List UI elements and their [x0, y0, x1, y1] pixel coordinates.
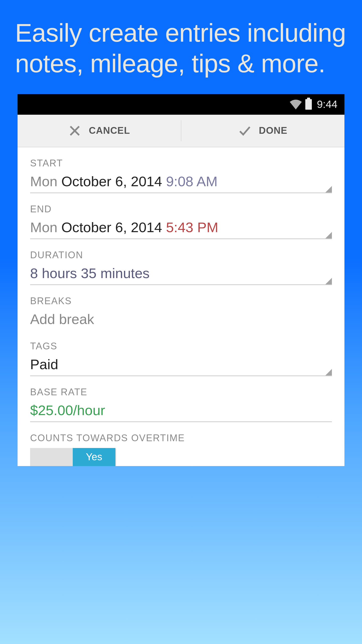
start-label: START — [30, 158, 332, 169]
tags-label: TAGS — [30, 341, 332, 352]
breaks-label: BREAKS — [30, 296, 332, 306]
end-value: Mon October 6, 2014 5:43 PM — [30, 219, 332, 238]
status-bar: 9:44 — [18, 94, 344, 115]
tags-field[interactable]: Paid — [30, 356, 332, 376]
overtime-section: COUNTS TOWARDS OVERTIME Yes — [30, 422, 332, 466]
duration-label: DURATION — [30, 250, 332, 261]
breaks-section: BREAKS Add break — [30, 285, 332, 330]
add-break-button[interactable]: Add break — [30, 311, 332, 330]
tags-section: TAGS Paid — [30, 330, 332, 376]
cancel-label: CANCEL — [89, 125, 130, 136]
duration-value: 8 hours 35 minutes — [30, 265, 332, 284]
battery-icon — [305, 99, 312, 110]
close-icon — [68, 124, 81, 137]
end-time: 5:43 PM — [166, 219, 219, 235]
check-icon — [238, 124, 251, 137]
done-button[interactable]: DONE — [181, 115, 345, 147]
overtime-toggle[interactable]: Yes — [30, 448, 115, 466]
duration-field[interactable]: 8 hours 35 minutes — [30, 265, 332, 285]
start-section: START Mon October 6, 2014 9:08 AM — [30, 147, 332, 193]
form-content: START Mon October 6, 2014 9:08 AM END Mo… — [18, 147, 344, 466]
base-rate-field[interactable]: $25.00/hour — [30, 402, 332, 422]
base-rate-value: $25.00/hour — [30, 402, 332, 421]
overtime-toggle-yes: Yes — [73, 448, 115, 466]
start-date: October 6, 2014 — [61, 173, 162, 189]
start-value: Mon October 6, 2014 9:08 AM — [30, 173, 332, 192]
duration-section: DURATION 8 hours 35 minutes — [30, 239, 332, 285]
base-rate-label: BASE RATE — [30, 387, 332, 398]
overtime-label: COUNTS TOWARDS OVERTIME — [30, 433, 332, 443]
action-bar: CANCEL DONE — [18, 115, 344, 147]
base-rate-section: BASE RATE $25.00/hour — [30, 376, 332, 422]
phone-screen: 9:44 CANCEL DONE START Mon October 6, — [18, 94, 344, 466]
cancel-button[interactable]: CANCEL — [18, 115, 181, 147]
end-day: Mon — [30, 219, 57, 235]
start-day: Mon — [30, 173, 57, 189]
done-label: DONE — [259, 125, 287, 136]
end-date: October 6, 2014 — [61, 219, 162, 235]
overtime-toggle-no — [30, 448, 73, 466]
end-label: END — [30, 204, 332, 215]
start-field[interactable]: Mon October 6, 2014 9:08 AM — [30, 173, 332, 193]
start-time: 9:08 AM — [166, 173, 218, 189]
status-time: 9:44 — [317, 98, 337, 110]
marketing-headline: Easily create entries including notes, m… — [0, 0, 362, 94]
end-section: END Mon October 6, 2014 5:43 PM — [30, 193, 332, 239]
end-field[interactable]: Mon October 6, 2014 5:43 PM — [30, 219, 332, 239]
wifi-icon — [290, 99, 302, 109]
tags-value: Paid — [30, 356, 332, 375]
